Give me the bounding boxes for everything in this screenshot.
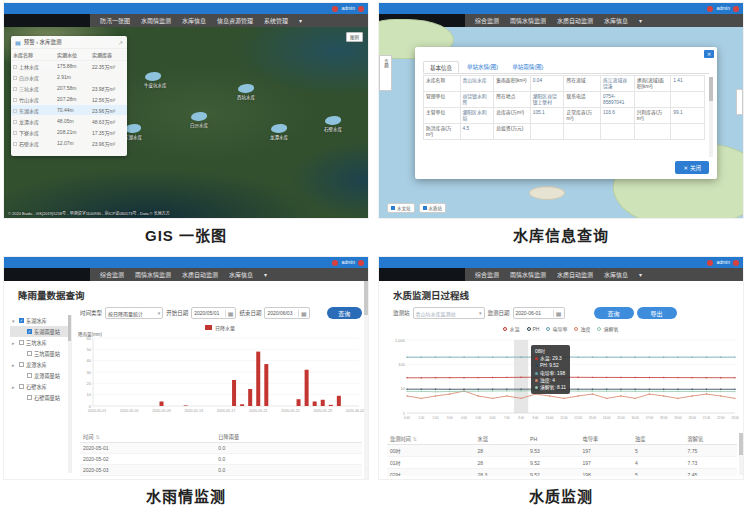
- alert-icon[interactable]: [332, 260, 338, 266]
- tree-item[interactable]: ✓东湖雨量站: [10, 326, 71, 337]
- date-input[interactable]: 2020-06-01▦: [513, 307, 565, 319]
- logout-icon[interactable]: [733, 6, 739, 12]
- alert-icon[interactable]: [332, 6, 338, 12]
- nav-item[interactable]: 水库信息: [182, 18, 206, 24]
- checkbox[interactable]: [13, 109, 17, 113]
- tree-item[interactable]: 三坑雨量站: [10, 348, 71, 359]
- legend-radio[interactable]: PH: [527, 325, 540, 332]
- dialog-tab[interactable]: 单站水情(图): [461, 61, 504, 73]
- reservoir-row[interactable]: 竹山水库207.28m12.56万m³: [11, 94, 127, 105]
- checkbox[interactable]: [13, 120, 17, 124]
- tree-item[interactable]: 龙潭雨量站: [10, 370, 71, 381]
- checkbox[interactable]: ✓: [19, 318, 24, 323]
- reservoir-row[interactable]: 白沙水库2.91m: [11, 72, 127, 83]
- nav-item[interactable]: 水质自动监测: [182, 272, 218, 278]
- sort-icon[interactable]: ⇅: [95, 434, 99, 440]
- checkbox[interactable]: [13, 131, 17, 135]
- query-button[interactable]: 查询: [327, 307, 362, 319]
- nav-item[interactable]: 水库信息: [604, 18, 628, 24]
- end-date-input[interactable]: 2020/06/03▦: [264, 307, 309, 319]
- map-canvas[interactable]: 专题 ✕ 基本信息单站水情(图)单站雨情(图) 水库名称青山坑水库集雨面积(km…: [379, 27, 743, 218]
- checkbox[interactable]: [19, 340, 24, 345]
- tree-item[interactable]: ▾✓东湖水库: [10, 315, 71, 326]
- time-type-select[interactable]: 按日降雨量统计▾: [105, 307, 163, 319]
- nav-item[interactable]: 水库信息: [604, 272, 628, 278]
- nav-item[interactable]: 雨情水情监测: [510, 18, 546, 24]
- collapsed-panel-handle[interactable]: [736, 89, 743, 115]
- rain-bar-chart[interactable]: 01020304050602020-05-012020-05-052020-05…: [78, 332, 364, 418]
- nav-item[interactable]: 水库信息: [229, 272, 253, 278]
- dialog-tab[interactable]: 基本信息: [423, 61, 459, 73]
- dialog-scrollbar[interactable]: [709, 77, 713, 157]
- nav-item[interactable]: 综合监测: [475, 18, 499, 24]
- map-legend-button[interactable]: 图例: [346, 32, 363, 42]
- checkbox[interactable]: ✓: [27, 329, 32, 334]
- nav-item[interactable]: 雨情水情监测: [510, 272, 546, 278]
- table-header-cell[interactable]: 时间⇅: [80, 431, 215, 443]
- tree-scrollbar[interactable]: [68, 315, 71, 473]
- map-canvas[interactable]: 牛皮坑水库西坑水库白沙水库东湖水库龙潭水库石壁水库 图例 ▤ 预警 › 水库监测…: [4, 27, 368, 218]
- alert-icon[interactable]: [707, 260, 713, 266]
- legend-radio[interactable]: 溶解氧: [597, 325, 618, 332]
- logout-icon[interactable]: [358, 6, 364, 12]
- export-button[interactable]: 导出: [637, 307, 677, 319]
- nav-item[interactable]: 综合监测: [100, 272, 124, 278]
- nav-more-icon[interactable]: ▾: [639, 272, 642, 278]
- reservoir-row[interactable]: 东湖水库70.44m23.96万m³: [11, 105, 127, 116]
- nav-item[interactable]: 水质自动监测: [557, 272, 593, 278]
- reservoir-row[interactable]: 上林水库175.88m22.35万m³: [11, 61, 127, 72]
- close-button[interactable]: ✕关闭: [675, 161, 709, 174]
- nav-item[interactable]: 系统管理: [264, 18, 288, 24]
- reservoir-row[interactable]: 石壁水库12.07m23.96万m³: [11, 138, 127, 149]
- checkbox[interactable]: [19, 384, 24, 389]
- query-button[interactable]: 查询: [594, 307, 634, 319]
- tree-item[interactable]: ▸石壁水库: [10, 381, 71, 392]
- checkbox[interactable]: [27, 373, 32, 378]
- nav-more-icon[interactable]: ▾: [299, 18, 302, 24]
- table-scrollbar[interactable]: [739, 433, 743, 475]
- theme-side-panel[interactable]: 专题: [379, 55, 392, 91]
- tree-item[interactable]: 石壁雨量站: [10, 392, 71, 403]
- expand-icon[interactable]: ↗: [118, 39, 123, 46]
- checkbox[interactable]: [19, 362, 24, 367]
- reservoir-row[interactable]: 龙潭水库48.05m48.63万m³: [11, 116, 127, 127]
- legend-radio[interactable]: 电导率: [546, 325, 567, 332]
- chart-legend[interactable]: 日降水量: [78, 323, 362, 332]
- tree-item[interactable]: ▸三坑水库: [10, 337, 71, 348]
- dialog-tab[interactable]: 单站雨情(图): [506, 61, 549, 73]
- checkbox[interactable]: [27, 395, 32, 400]
- nav-more-icon[interactable]: ▾: [264, 272, 267, 278]
- reservoir-row[interactable]: 三坑水库207.58m23.98万m³: [11, 83, 127, 94]
- checkbox[interactable]: [13, 76, 17, 80]
- tree-item[interactable]: ▸龙潭水库: [10, 359, 71, 370]
- nav-item[interactable]: 水质自动监测: [557, 18, 593, 24]
- logout-icon[interactable]: [733, 260, 739, 266]
- nav-item[interactable]: 雨情水情监测: [135, 272, 171, 278]
- checkbox[interactable]: [13, 142, 17, 146]
- tree-expand-icon[interactable]: ▸: [12, 384, 17, 390]
- close-icon[interactable]: ✕: [704, 50, 714, 58]
- checkbox[interactable]: [13, 87, 17, 91]
- nav-item[interactable]: 信息资源管理: [217, 18, 253, 24]
- logout-icon[interactable]: [358, 260, 364, 266]
- nav-item[interactable]: 防汛一张图: [100, 18, 130, 24]
- table-header-cell[interactable]: 监测时间⇅: [387, 433, 475, 445]
- legend-radio[interactable]: 水温: [503, 325, 519, 332]
- station-select[interactable]: 青山坑水库监测站▾: [413, 307, 485, 319]
- alert-icon[interactable]: [707, 6, 713, 12]
- page-scrollbar[interactable]: [364, 281, 368, 479]
- checkbox[interactable]: [13, 65, 17, 69]
- nav-item[interactable]: 水雨情监测: [141, 18, 171, 24]
- checkbox[interactable]: [13, 98, 17, 102]
- start-date-input[interactable]: 2020/05/01▦: [191, 307, 236, 319]
- sort-icon[interactable]: ⇅: [413, 436, 417, 442]
- tree-expand-icon[interactable]: ▸: [12, 340, 17, 346]
- layer-toggle[interactable]: 水文站: [387, 203, 415, 213]
- checkbox[interactable]: [27, 351, 32, 356]
- layer-toggle[interactable]: 水质站: [419, 203, 447, 213]
- legend-radio[interactable]: 浊度: [574, 325, 590, 332]
- reservoir-row[interactable]: 下寮水库208.21m17.35万m³: [11, 127, 127, 138]
- tree-expand-icon[interactable]: ▸: [12, 362, 17, 368]
- nav-item[interactable]: 综合监测: [475, 272, 499, 278]
- nav-more-icon[interactable]: ▾: [639, 18, 642, 24]
